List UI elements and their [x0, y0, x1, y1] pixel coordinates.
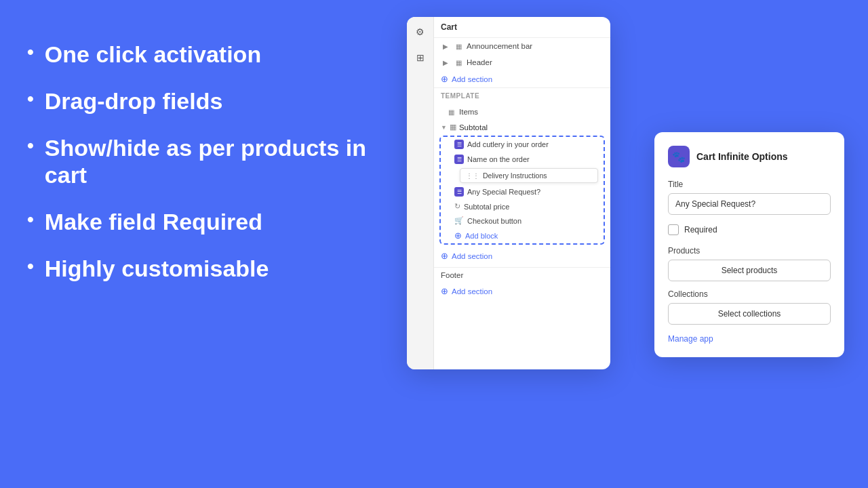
title-field-label: Title	[668, 180, 831, 189]
block-icon-name: ☰	[454, 155, 464, 164]
add-block-label: Add block	[465, 232, 498, 240]
title-input[interactable]	[668, 193, 831, 215]
block-label-special: Any Special Request?	[467, 188, 540, 196]
block-subtotal-price[interactable]: ↻ Subtotal price	[441, 199, 604, 214]
bullet-one-click: • One click activation	[27, 41, 366, 68]
footer-add-section-label: Add section	[452, 287, 492, 296]
manage-app-link[interactable]: Manage app	[668, 334, 831, 344]
bullet-customisable: • Highly customisable	[27, 255, 366, 283]
plus-icon-block: ⊕	[454, 230, 462, 241]
panel-header: 🐾 Cart Infinite Options	[668, 146, 831, 167]
bullet-text-2: Drag-drop fields	[45, 87, 223, 115]
add-block-btn[interactable]: ⊕ Add block	[441, 228, 604, 243]
add-section-btn-2[interactable]: ⊕ Add section	[434, 247, 610, 264]
grid-icon[interactable]: ⊞	[412, 49, 429, 66]
block-add-cutlery[interactable]: ☰ Add cutlery in your order	[441, 137, 604, 152]
block-label-checkout: Checkout button	[467, 217, 521, 225]
block-name-on-order[interactable]: ☰ Name on the order	[441, 152, 604, 167]
bullet-drag-drop: • Drag-drop fields	[27, 87, 366, 115]
block-checkout-button[interactable]: 🛒 Checkout button	[441, 214, 604, 228]
block-label-name: Name on the order	[467, 155, 530, 163]
chevron-right-icon-2: ▶	[441, 58, 450, 67]
required-checkbox-row[interactable]: Required	[668, 224, 831, 235]
add-section-btn-footer[interactable]: ⊕ Add section	[434, 283, 610, 300]
editor-main-content: Cart ▶ ▦ Announcement bar ▶ ▦ Header ⊕ A…	[434, 17, 610, 369]
plus-icon-2: ⊕	[441, 251, 448, 261]
editor-sidebar: ⚙ ⊞	[407, 17, 434, 369]
required-label: Required	[684, 225, 717, 235]
chevron-right-icon: ▶	[441, 41, 450, 51]
block-label-subtotal-price: Subtotal price	[464, 203, 509, 211]
footer-label: Footer	[434, 268, 610, 283]
plus-icon-1: ⊕	[441, 74, 448, 84]
gear-icon[interactable]: ⚙	[412, 24, 429, 40]
select-collections-button[interactable]: Select collections	[668, 303, 831, 325]
bullet-dot-3: •	[27, 134, 34, 157]
grid-icon-subtotal: ▦	[450, 123, 456, 131]
bullet-text-4: Make field Required	[45, 208, 262, 236]
bullet-dot-1: •	[27, 41, 34, 64]
app-icon-symbol: 🐾	[672, 150, 686, 163]
announcement-bar-label: Announcement bar	[467, 42, 532, 50]
footer-section: Footer ⊕ Add section	[434, 267, 610, 300]
chevron-down-icon: ▼	[441, 124, 447, 131]
cart-top-bar: Cart	[434, 17, 610, 38]
add-section-label-2: Add section	[452, 252, 492, 260]
layout-icon-header: ▦	[454, 58, 463, 67]
template-section: Template ▦ Items ▼ ▦ Subtotal ☰ Add cutl…	[434, 87, 610, 264]
block-any-special[interactable]: ☰ Any Special Request?	[441, 184, 604, 199]
layout-icon-announcement: ▦	[454, 41, 463, 51]
bullet-text-3: Show/hide as per products in cart	[45, 134, 366, 190]
header-item[interactable]: ▶ ▦ Header	[434, 54, 610, 70]
items-item[interactable]: ▦ Items	[434, 104, 610, 120]
bullet-dot-2: •	[27, 87, 34, 110]
bullet-make-required: • Make field Required	[27, 208, 366, 236]
refresh-icon: ↻	[454, 202, 460, 211]
add-section-btn-1[interactable]: ⊕ Add section	[434, 70, 610, 87]
block-icon-special: ☰	[454, 187, 464, 197]
subtotal-block: ☰ Add cutlery in your order ☰ Name on th…	[439, 136, 605, 245]
app-icon: 🐾	[668, 146, 690, 167]
left-panel: • One click activation • Drag-drop field…	[27, 41, 366, 302]
bullet-dot-5: •	[27, 255, 34, 278]
cart-label: Cart	[441, 22, 457, 32]
panel-title: Cart Infinite Options	[696, 151, 788, 162]
bullet-text-5: Highly customisable	[45, 255, 269, 283]
plus-icon-footer: ⊕	[441, 286, 448, 296]
bullet-text-1: One click activation	[45, 41, 261, 68]
collections-label: Collections	[668, 289, 831, 299]
template-label: Template	[434, 88, 610, 104]
delivery-instructions-sub[interactable]: ⋮⋮ Delivery Instructions	[460, 168, 598, 183]
announcement-bar-item[interactable]: ▶ ▦ Announcement bar	[434, 38, 610, 54]
cart-icon: 🛒	[454, 216, 464, 225]
products-label: Products	[668, 246, 831, 256]
cart-options-panel: 🐾 Cart Infinite Options Title Required P…	[654, 132, 844, 357]
items-label: Items	[459, 108, 478, 116]
header-label: Header	[467, 58, 492, 66]
required-checkbox[interactable]	[668, 224, 679, 235]
add-section-label-1: Add section	[452, 75, 492, 83]
bullet-dot-4: •	[27, 208, 34, 231]
theme-editor-panel: ⚙ ⊞ Cart ▶ ▦ Announcement bar ▶ ▦ Header…	[407, 17, 610, 369]
block-icon-cutlery: ☰	[454, 140, 464, 149]
select-products-button[interactable]: Select products	[668, 260, 831, 281]
layout-icon-items: ▦	[446, 107, 456, 117]
subtotal-row[interactable]: ▼ ▦ Subtotal	[434, 120, 610, 133]
subtotal-label: Subtotal	[459, 123, 488, 131]
block-label-cutlery: Add cutlery in your order	[467, 140, 549, 148]
handle-icon: ⋮⋮	[466, 172, 479, 180]
bullet-show-hide: • Show/hide as per products in cart	[27, 134, 366, 190]
delivery-instructions-label: Delivery Instructions	[483, 171, 547, 180]
